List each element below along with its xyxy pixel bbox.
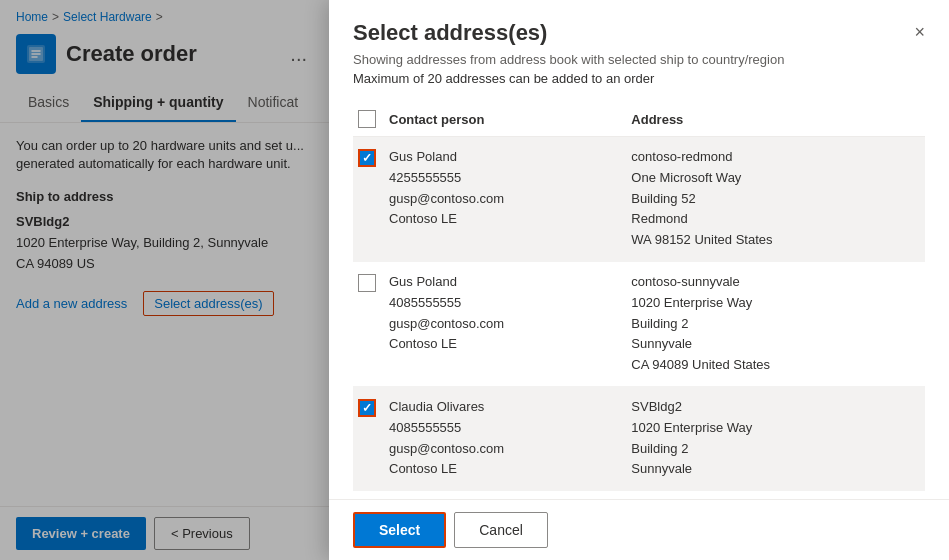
address-info-1: contoso-sunnyvale 1020 Enterprise Way Bu… — [631, 272, 917, 376]
address-cell-1: contoso-sunnyvale 1020 Enterprise Way Bu… — [631, 261, 925, 386]
address-l2-1: Building 2 — [631, 314, 917, 335]
contact-person-header: Contact person — [389, 102, 631, 137]
address-l3-0: Redmond — [631, 209, 917, 230]
address-l4-0: WA 98152 United States — [631, 230, 917, 251]
contact-name-1: Gus Poland — [389, 272, 623, 293]
contact-cell-0: Gus Poland 4255555555 gusp@contoso.com C… — [389, 137, 631, 262]
table-row: Claudia Olivares 4085555555 gusp@contoso… — [353, 386, 925, 490]
select-button[interactable]: Select — [353, 512, 446, 548]
address-l2-2: Building 2 — [631, 439, 917, 460]
address-l2-0: Building 52 — [631, 189, 917, 210]
contact-cell-2: Claudia Olivares 4085555555 gusp@contoso… — [389, 386, 631, 490]
address-checkbox-1[interactable] — [358, 274, 376, 292]
cancel-button[interactable]: Cancel — [454, 512, 548, 548]
modal-subtitle: Showing addresses from address book with… — [353, 52, 925, 67]
address-l1-0: One Microsoft Way — [631, 168, 917, 189]
modal-close-button[interactable]: × — [910, 18, 929, 47]
contact-phone-1: 4085555555 — [389, 293, 623, 314]
select-all-checkbox[interactable] — [358, 110, 376, 128]
address-l4-1: CA 94089 United States — [631, 355, 917, 376]
address-name-val-1: contoso-sunnyvale — [631, 272, 917, 293]
address-name-val-0: contoso-redmond — [631, 147, 917, 168]
table-row: Gus Poland 4255555555 gusp@contoso.com C… — [353, 137, 925, 262]
modal-title: Select address(es) — [353, 20, 925, 46]
address-l1-1: 1020 Enterprise Way — [631, 293, 917, 314]
address-checkbox-cell-2 — [353, 386, 389, 490]
address-l3-2: Sunnyvale — [631, 459, 917, 480]
address-info-0: contoso-redmond One Microsoft Way Buildi… — [631, 147, 917, 251]
contact-company-1: Contoso LE — [389, 334, 623, 355]
modal-note: Maximum of 20 addresses can be added to … — [353, 71, 925, 86]
address-cell-0: contoso-redmond One Microsoft Way Buildi… — [631, 137, 925, 262]
address-checkbox-cell-0 — [353, 137, 389, 262]
select-all-header — [353, 102, 389, 137]
address-checkbox-cell-1 — [353, 261, 389, 386]
address-l1-2: 1020 Enterprise Way — [631, 418, 917, 439]
contact-name-0: Gus Poland — [389, 147, 623, 168]
contact-phone-0: 4255555555 — [389, 168, 623, 189]
address-checkbox-2[interactable] — [358, 399, 376, 417]
address-info-2: SVBldg2 1020 Enterprise Way Building 2 S… — [631, 397, 917, 480]
contact-company-0: Contoso LE — [389, 209, 623, 230]
modal-body: Contact person Address Gus Poland 425555… — [329, 102, 949, 499]
contact-phone-2: 4085555555 — [389, 418, 623, 439]
table-row: Gus Poland 4085555555 gusp@contoso.com C… — [353, 261, 925, 386]
contact-cell-1: Gus Poland 4085555555 gusp@contoso.com C… — [389, 261, 631, 386]
contact-info-0: Gus Poland 4255555555 gusp@contoso.com C… — [389, 147, 623, 230]
modal-header: Select address(es) Showing addresses fro… — [329, 0, 949, 102]
address-header: Address — [631, 102, 925, 137]
contact-email-2: gusp@contoso.com — [389, 439, 623, 460]
contact-email-1: gusp@contoso.com — [389, 314, 623, 335]
contact-company-2: Contoso LE — [389, 459, 623, 480]
modal-footer: Select Cancel — [329, 499, 949, 560]
contact-info-2: Claudia Olivares 4085555555 gusp@contoso… — [389, 397, 623, 480]
contact-email-0: gusp@contoso.com — [389, 189, 623, 210]
address-name-val-2: SVBldg2 — [631, 397, 917, 418]
address-cell-2: SVBldg2 1020 Enterprise Way Building 2 S… — [631, 386, 925, 490]
address-l3-1: Sunnyvale — [631, 334, 917, 355]
address-table: Contact person Address Gus Poland 425555… — [353, 102, 925, 491]
address-checkbox-0[interactable] — [358, 149, 376, 167]
contact-name-2: Claudia Olivares — [389, 397, 623, 418]
contact-info-1: Gus Poland 4085555555 gusp@contoso.com C… — [389, 272, 623, 355]
select-addresses-modal: Select address(es) Showing addresses fro… — [329, 0, 949, 560]
